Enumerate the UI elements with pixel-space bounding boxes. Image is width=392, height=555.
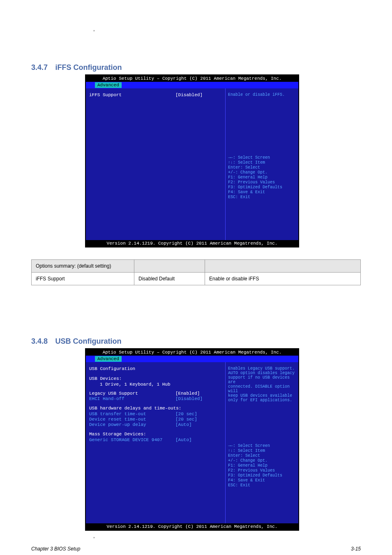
help-line: ESC: Exit — [228, 483, 296, 488]
help-line: F3: Optimized Defaults — [228, 473, 296, 478]
bios2-help-desc-line: keep USB devices available — [228, 393, 296, 398]
bios-screenshot-2: Aptio Setup Utility – Copyright (C) 2011… — [85, 348, 299, 531]
bios1-iffs-label: iFFS Support — [89, 92, 175, 97]
bios2-usb-devices-list: 1 Drive, 1 Keyboard, 1 Hub — [89, 382, 222, 387]
bios2-usb-config-heading: USB Configuration — [89, 366, 222, 371]
bios1-help-keys: →←: Select Screen ↑↓: Select Item Enter:… — [228, 155, 296, 199]
help-line: F1: General Help — [228, 463, 296, 468]
help-line: ↑↓: Select Item — [228, 449, 296, 453]
bios2-help-desc-line: Enables Legacy USB support. — [228, 366, 296, 371]
table-cell: iFFS Support — [32, 273, 134, 285]
help-line: ESC: Exit — [228, 195, 296, 199]
bios2-legacy-usb-label: Legacy USB Support — [89, 391, 175, 396]
bios2-tabbar: Advanced — [86, 356, 298, 362]
bios2-reset-value: [20 sec] — [175, 417, 197, 422]
footer-page: 3-15 — [351, 546, 361, 552]
section-1-text: iFFS Configuration — [55, 63, 122, 72]
bios1-left-panel: iFFS Support [Disabled] — [86, 88, 225, 240]
help-line: F2: Previous Values — [228, 468, 296, 473]
bios1-iffs-value: [Disabled] — [175, 92, 203, 97]
bios1-tabbar: Advanced — [86, 82, 298, 88]
table-header-3 — [205, 260, 361, 273]
decorative-comma: , — [93, 26, 95, 32]
bios2-transfer-value: [20 sec] — [175, 412, 197, 416]
bios1-tab-advanced: Advanced — [95, 82, 122, 88]
help-line: F4: Save & Exit — [228, 190, 296, 194]
bios2-left-panel: USB Configuration USB Devices: 1 Drive, … — [86, 362, 225, 523]
help-line: F4: Save & Exit — [228, 478, 296, 483]
table-header-2 — [134, 260, 205, 273]
bios2-help-keys: →←: Select Screen ↑↓: Select Item Enter:… — [228, 444, 296, 488]
section-2-text: USB Configuration — [55, 337, 122, 345]
bios2-mass-storage-heading: Mass Storage Devices: — [89, 432, 222, 437]
bios2-ehci-value: [Disabled] — [175, 396, 203, 401]
bios-screenshot-1: Aptio Setup Utility – Copyright (C) 2011… — [85, 74, 299, 247]
bios1-bottom: Version 2.14.1219. Copyright (C) 2011 Am… — [86, 240, 298, 247]
bios2-tab-advanced: Advanced — [95, 356, 122, 362]
bios2-bottom: Version 2.14.1219. Copyright (C) 2011 Am… — [86, 523, 298, 530]
bios1-topbar: Aptio Setup Utility – Copyright (C) 2011… — [86, 75, 298, 82]
decorative-comma-2: , — [93, 533, 95, 539]
help-line: +/-: Change Opt. — [228, 458, 296, 463]
bios2-help-desc-line: only for EFI applications. — [228, 398, 296, 402]
table-header-1: Options summary: (default setting) — [32, 260, 134, 273]
bios2-powerup-value: [Auto] — [175, 422, 192, 427]
help-line: →←: Select Screen — [228, 155, 296, 160]
bios2-reset-label: Device reset time-out — [89, 417, 175, 422]
help-line: +/-: Change Opt. — [228, 170, 296, 175]
bios2-usb-devices-heading: USB Devices: — [89, 376, 222, 381]
bios2-ehci-label: EHCI Hand-off — [89, 396, 175, 401]
bios2-generic-storage-label: Generic STORAGE DEVICE 9407 — [89, 437, 175, 442]
bios2-generic-storage-value: [Auto] — [175, 437, 192, 442]
help-line: F1: General Help — [228, 175, 296, 180]
table-cell: Enable or disable iFFS — [205, 273, 361, 285]
help-line: Enter: Select — [228, 165, 296, 170]
table-cell: Disabled Default — [134, 273, 205, 285]
help-line: →←: Select Screen — [228, 444, 296, 448]
options-summary-table: Options summary: (default setting) iFFS … — [31, 259, 361, 285]
bios2-right-panel: Enables Legacy USB support. AUTO option … — [225, 362, 298, 523]
bios2-transfer-label: USB transfer time-out — [89, 412, 175, 416]
section-2-number: 3.4.8 — [31, 337, 48, 345]
help-line: Enter: Select — [228, 453, 296, 458]
bios2-help-desc-line: AUTO option disables legacy — [228, 371, 296, 375]
bios2-help-desc-line: support if no USB devices are — [228, 375, 296, 384]
bios2-powerup-label: Device power-up delay — [89, 422, 175, 427]
bios2-topbar: Aptio Setup Utility – Copyright (C) 2011… — [86, 349, 298, 356]
bios1-help-description: Enable or disable iFFS. — [228, 92, 296, 97]
help-line: F3: Optimized Defaults — [228, 185, 296, 190]
footer-chapter: Chapter 3 BIOS Setup — [31, 546, 80, 552]
help-line: F2: Previous Values — [228, 180, 296, 185]
bios2-hw-delays-heading: USB hardware delays and time-outs: — [89, 406, 222, 411]
section-1-heading: 3.4.7 iFFS Configuration — [31, 63, 122, 72]
section-2-heading: 3.4.8 USB Configuration — [31, 337, 121, 346]
section-1-number: 3.4.7 — [31, 63, 48, 72]
bios2-help-desc-line: connected. DISABLE option will — [228, 384, 296, 393]
bios2-legacy-usb-value: [Enabled] — [175, 391, 200, 396]
help-line: ↑↓: Select Item — [228, 160, 296, 165]
bios1-right-panel: Enable or disable iFFS. →←: Select Scree… — [225, 88, 298, 240]
